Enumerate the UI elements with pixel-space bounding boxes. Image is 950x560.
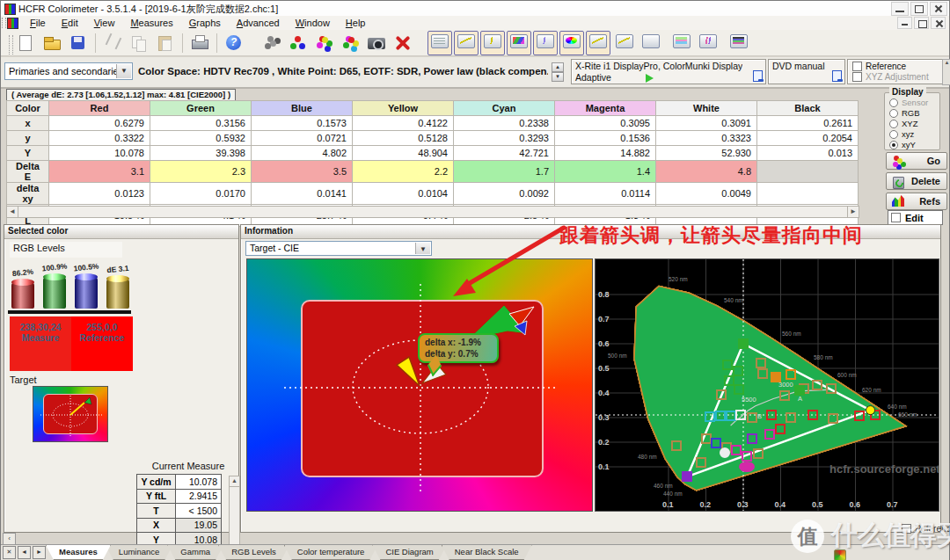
xyz-adjustment-checkbox[interactable]: XYZ Adjustment xyxy=(852,72,929,82)
view-wheel-icon[interactable] xyxy=(559,31,584,55)
sensor-box[interactable]: X-Rite i1 DisplayPro, ColorMunki Display… xyxy=(571,59,766,84)
camera-icon[interactable] xyxy=(364,31,389,55)
open-file-icon[interactable] xyxy=(40,31,64,55)
scroll-right-icon[interactable]: ► xyxy=(847,207,859,217)
cut-icon[interactable] xyxy=(100,31,125,55)
copy-icon[interactable] xyxy=(127,31,151,55)
restore-button[interactable] xyxy=(910,2,928,16)
edit-checkbox[interactable]: Edit xyxy=(888,210,943,225)
measure-preset-select[interactable]: Primaries and secondaries ▼ xyxy=(4,62,133,80)
svg-text:540 nm: 540 nm xyxy=(724,297,743,303)
display-option-rgb[interactable]: RGB xyxy=(889,108,939,118)
mdi-restore-button[interactable] xyxy=(914,17,929,29)
delete-button[interactable]: Delete xyxy=(886,172,947,190)
mdi-close-button[interactable] xyxy=(931,17,946,29)
tab-color-temperature[interactable]: Color temperature xyxy=(284,545,378,560)
reference-checkbox[interactable]: Reference xyxy=(852,62,906,71)
tab-next-button[interactable]: ► xyxy=(33,546,46,559)
display-option-xyy[interactable]: xyY xyxy=(889,140,939,149)
sensor-gray-icon[interactable] xyxy=(259,31,283,55)
radio-icon[interactable] xyxy=(889,120,898,128)
menu-edit[interactable]: Edit xyxy=(54,17,86,29)
generator-box[interactable]: DVD manual xyxy=(768,59,845,84)
display-option-sensor[interactable]: Sensor xyxy=(889,98,939,107)
view-ycurve-icon[interactable] xyxy=(586,31,610,55)
menu-measures[interactable]: Measures xyxy=(122,17,180,29)
display-option-xyz[interactable]: XYZ xyxy=(889,119,939,128)
view-ycurve-icon[interactable] xyxy=(454,31,479,55)
delete-measures-icon[interactable] xyxy=(391,31,415,55)
measure-value-y-ftl: 2.9415 xyxy=(176,489,222,504)
measure-value-t: < 1500 xyxy=(176,504,222,519)
svg-text:0.3: 0.3 xyxy=(737,500,749,509)
svg-text:620 nm: 620 nm xyxy=(862,387,881,393)
menu-view[interactable]: View xyxy=(86,17,123,29)
help-icon[interactable] xyxy=(222,31,246,55)
scroll-left-icon[interactable]: ◄ xyxy=(7,207,18,217)
column-header-color: Color xyxy=(7,101,49,116)
tab-close-button[interactable]: ✕ xyxy=(3,546,16,559)
rgb-levels-label[interactable]: RGB Levels xyxy=(10,242,122,258)
view-dark-icon[interactable] xyxy=(727,31,751,55)
tab-near-black-scale[interactable]: Near Black Scale xyxy=(442,545,532,560)
checkbox-icon[interactable] xyxy=(852,62,862,71)
radio-icon[interactable] xyxy=(889,98,898,107)
sensor-multi-icon[interactable] xyxy=(311,31,336,55)
new-file-icon[interactable] xyxy=(13,31,38,55)
chevron-down-icon[interactable]: ▼ xyxy=(415,243,430,254)
menu-file[interactable]: File xyxy=(22,17,54,29)
minimize-button[interactable] xyxy=(891,2,909,16)
row-label-y: Y xyxy=(7,146,49,161)
menu-window[interactable]: Window xyxy=(288,17,338,29)
view-stripes-icon[interactable] xyxy=(669,31,694,55)
print-icon[interactable] xyxy=(187,31,212,55)
controlbar-scroll-up[interactable]: ▲ xyxy=(942,59,950,85)
sensor-config-icon[interactable] xyxy=(338,31,362,55)
sensor-properties-icon[interactable] xyxy=(753,70,763,82)
view-ycurve-icon[interactable] xyxy=(612,31,637,55)
tab-rgb-levels[interactable]: RGB Levels xyxy=(218,545,289,560)
generator-properties-icon[interactable] xyxy=(832,70,842,82)
scroll-up-icon[interactable]: ▲ xyxy=(230,476,239,487)
column-header-magenta: Magenta xyxy=(555,101,656,116)
radio-icon[interactable] xyxy=(889,141,898,149)
view-vwave-icon[interactable] xyxy=(533,31,558,55)
tab-area-scroll[interactable]: ‹ xyxy=(3,533,16,545)
checkbox-icon[interactable] xyxy=(891,213,901,222)
menu-graphs[interactable]: Graphs xyxy=(181,17,229,29)
view-grid-icon[interactable] xyxy=(428,31,452,55)
information-view-select[interactable]: Target - CIE ▼ xyxy=(245,241,432,256)
cell-y-green: 0.5932 xyxy=(150,131,252,146)
sensor-rgb-icon[interactable] xyxy=(285,31,310,55)
cell-x-cyan: 0.2338 xyxy=(454,116,555,131)
radio-icon[interactable] xyxy=(889,109,898,118)
colorspace-spinner[interactable]: ▲▼ xyxy=(552,62,564,81)
view-pink-icon[interactable] xyxy=(696,31,720,55)
menu-advanced[interactable]: Advanced xyxy=(229,17,288,29)
chevron-down-icon[interactable]: ▼ xyxy=(116,64,131,78)
close-button[interactable] xyxy=(930,2,947,16)
information-view-value: Target - CIE xyxy=(250,243,299,253)
view-plain-icon[interactable] xyxy=(639,31,663,55)
svg-text:B: B xyxy=(757,412,762,420)
go-button[interactable]: Go xyxy=(886,152,947,170)
table-horizontal-scrollbar[interactable]: ◄ ► xyxy=(6,206,859,218)
cell-y-white: 52.930 xyxy=(656,146,757,161)
tab-gamma[interactable]: Gamma xyxy=(167,545,223,560)
cell-y-cyan: 42.721 xyxy=(454,146,555,161)
tab-cie-diagram[interactable]: CIE Diagram xyxy=(372,545,446,560)
checkbox-icon[interactable] xyxy=(852,72,862,82)
save-file-icon[interactable] xyxy=(66,31,91,55)
tab-measures[interactable]: Measures xyxy=(46,545,111,560)
tab-luminance[interactable]: Luminance xyxy=(106,545,172,560)
view-multi-icon[interactable] xyxy=(507,31,531,55)
tab-prev-button[interactable]: ◄ xyxy=(18,546,31,559)
view-ywave-icon[interactable] xyxy=(480,31,505,55)
target-color-view: delta x: -1.9% delta y: 0.7% xyxy=(246,258,593,512)
refs-button[interactable]: Refs xyxy=(886,193,947,210)
mdi-minimize-button[interactable] xyxy=(897,17,912,29)
radio-icon[interactable] xyxy=(889,130,898,139)
paste-icon[interactable] xyxy=(153,31,178,55)
menu-help[interactable]: Help xyxy=(338,17,374,29)
display-option-xyz[interactable]: xyz xyxy=(889,129,939,139)
